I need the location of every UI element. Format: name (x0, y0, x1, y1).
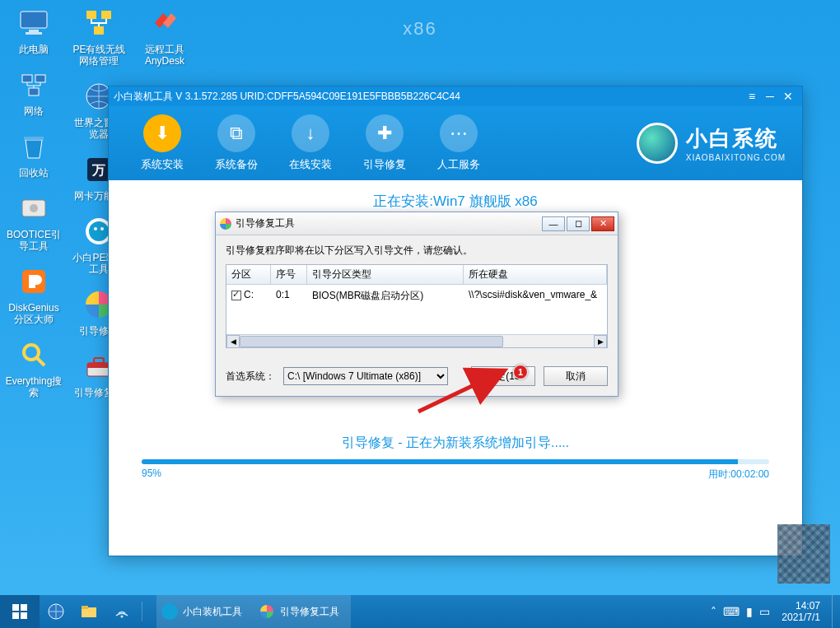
svg-rect-13 (94, 26, 104, 35)
desktop-icon-recycle-bin[interactable]: 回收站 (5, 128, 63, 179)
svg-rect-27 (21, 612, 27, 619)
svg-point-18 (89, 221, 109, 241)
svg-text:万: 万 (91, 163, 105, 177)
scroll-right-icon[interactable]: ▶ (594, 335, 607, 348)
desktop-icon-this-pc[interactable]: 此电脑 (5, 5, 63, 55)
desktop-icon-diskgenius[interactable]: DiskGenius分区大师 (5, 263, 63, 325)
progress-bar (142, 459, 769, 464)
ok-button[interactable]: 确定(15 (471, 366, 535, 386)
progress: 95% 用时:00:02:00 (142, 459, 769, 481)
app-toolbar: ⬇系统安装 ⧉系统备份 ↓在线安装 ✚引导修复 ⋯人工服务 小白系统 XIAOB… (109, 106, 802, 180)
svg-rect-1 (29, 30, 39, 32)
firstaid-icon: ✚ (366, 114, 404, 152)
desktop-icon-anydesk[interactable]: 远程工具AnyDesk (136, 5, 194, 67)
taskbar-task-dialog[interactable]: 引导修复工具 (254, 595, 351, 628)
cloud-down-icon: ↓ (292, 114, 329, 152)
svg-point-10 (24, 345, 39, 360)
cancel-button[interactable]: 取消 (544, 366, 608, 386)
dialog-pinwheel-icon (219, 217, 232, 230)
system-tray: ˄ ⌨ ▮ ▭ 14:07 2021/7/1 (711, 595, 840, 628)
pixelated-region (777, 524, 830, 584)
boot-repair-dialog: 引导修复工具 — ◻ ✕ 引导修复程序即将在以下分区写入引导文件，请您确认。 分… (215, 212, 618, 397)
svg-rect-25 (21, 604, 27, 611)
tray-action-center-icon[interactable]: ▭ (759, 605, 770, 618)
dialog-title: 引导修复工具 (236, 216, 542, 230)
dialog-message: 引导修复程序即将在以下分区写入引导文件，请您确认。 (226, 244, 608, 258)
close-button[interactable]: ✕ (779, 89, 797, 104)
desktop-icon-pe-network[interactable]: PE有线无线网络管理 (70, 5, 128, 67)
toolbar-manual-service[interactable]: ⋯人工服务 (422, 114, 496, 172)
partition-grid: 分区 序号 引导分区类型 所在硬盘 C: 0:1 BIOS(MBR磁盘启动分区)… (226, 264, 608, 348)
taskbar-clock[interactable]: 14:07 2021/7/1 (777, 600, 825, 623)
progress-percent: 95% (142, 468, 161, 481)
taskbar: 小白装机工具 引导修复工具 ˄ ⌨ ▮ ▭ 14:07 2021/7/1 (0, 595, 840, 628)
svg-rect-12 (101, 11, 111, 19)
installing-label: 正在安装:Win7 旗舰版 x86 (142, 192, 769, 211)
scroll-left-icon[interactable]: ◀ (226, 335, 240, 348)
minimize-button[interactable]: ─ (761, 89, 779, 104)
brand: 小白系统 XIAOBAIXITONG.COM (637, 123, 786, 164)
svg-rect-30 (82, 606, 88, 609)
anydesk-icon (147, 5, 183, 41)
svg-point-20 (100, 227, 104, 230)
start-button[interactable] (0, 595, 40, 628)
tray-battery-icon[interactable]: ▮ (746, 605, 753, 618)
monitor-icon (16, 5, 52, 41)
taskbar-task-app[interactable]: 小白装机工具 (156, 595, 254, 628)
svg-rect-4 (35, 75, 45, 82)
app-titlebar[interactable]: 小白装机工具 V 3.1.572.285 URID:CDFF5A594C09E1… (109, 86, 802, 106)
task-pinwheel-icon (259, 603, 275, 620)
chat-icon: ⋯ (440, 114, 478, 152)
preferred-system-select[interactable]: C:\ [Windows 7 Ultimate (x86)] (283, 367, 448, 385)
toolbar-online-install[interactable]: ↓在线安装 (273, 114, 348, 172)
svg-rect-6 (24, 137, 44, 140)
taskbar-explorer-icon[interactable] (72, 595, 105, 628)
taskbar-browser-icon[interactable] (40, 595, 72, 628)
horizontal-scrollbar[interactable]: ◀ ▶ (226, 334, 607, 347)
desktop-icon-everything[interactable]: Everything搜索 (5, 337, 63, 398)
download-icon: ⬇ (143, 114, 181, 152)
svg-rect-0 (21, 12, 47, 28)
menu-button[interactable]: ≡ (743, 89, 761, 104)
dialog-maximize-button[interactable]: ◻ (567, 216, 590, 231)
toolbar-boot-repair[interactable]: ✚引导修复 (348, 114, 422, 172)
svg-rect-26 (12, 612, 19, 619)
svg-rect-11 (86, 11, 96, 19)
network-manager-icon (81, 5, 117, 41)
preferred-system-label: 首选系统： (226, 370, 275, 384)
svg-rect-2 (26, 32, 42, 35)
svg-rect-3 (22, 75, 32, 82)
network-icon (16, 67, 52, 103)
svg-point-19 (94, 227, 97, 230)
tray-keyboard-icon[interactable]: ⌨ (723, 605, 740, 618)
recycle-bin-icon (16, 128, 52, 165)
tray-chevron-icon[interactable]: ˄ (711, 605, 716, 618)
progress-fill (142, 459, 738, 464)
status-message: 引导修复 - 正在为新装系统增加引导..... (142, 435, 769, 452)
row-checkbox[interactable] (231, 291, 241, 300)
search-tool-icon (16, 337, 52, 373)
dialog-minimize-button[interactable]: — (542, 216, 565, 231)
scroll-thumb[interactable] (240, 336, 503, 347)
backup-icon: ⧉ (217, 114, 255, 152)
toolbar-system-backup[interactable]: ⧉系统备份 (199, 114, 273, 172)
desktop-icon-network[interactable]: 网络 (5, 67, 63, 117)
dialog-titlebar[interactable]: 引导修复工具 — ◻ ✕ (216, 212, 618, 235)
taskbar-network-icon[interactable] (105, 595, 138, 628)
task-app-icon (161, 603, 178, 620)
show-desktop-button[interactable] (832, 595, 837, 628)
desktop-icon-bootice[interactable]: BOOTICE引导工具 (5, 190, 63, 252)
svg-rect-24 (12, 604, 19, 611)
svg-rect-5 (29, 88, 39, 95)
svg-rect-23 (94, 358, 104, 363)
diskgenius-icon (16, 263, 52, 300)
desktop-watermark: x86 (403, 18, 436, 40)
dialog-close-button[interactable]: ✕ (591, 216, 614, 231)
svg-point-31 (121, 616, 124, 618)
toolbar-system-install[interactable]: ⬇系统安装 (125, 114, 199, 172)
grid-header: 分区 序号 引导分区类型 所在硬盘 (226, 265, 607, 285)
brand-logo-icon (637, 123, 678, 164)
svg-point-8 (30, 204, 38, 212)
progress-time: 用时:00:02:00 (708, 468, 769, 481)
table-row[interactable]: C: 0:1 BIOS(MBR磁盘启动分区) \\?\scsi#disk&ven… (226, 285, 607, 307)
